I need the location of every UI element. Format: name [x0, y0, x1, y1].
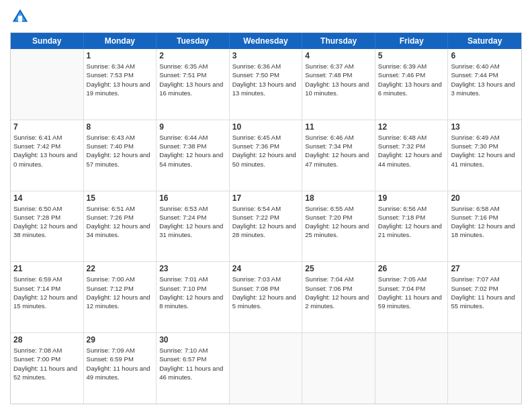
calendar-cell: 27Sunrise: 7:07 AMSunset: 7:02 PMDayligh…	[448, 262, 521, 332]
day-number: 22	[87, 264, 154, 273]
calendar-cell: 13Sunrise: 6:49 AMSunset: 7:30 PMDayligh…	[448, 120, 521, 191]
day-number: 20	[451, 193, 519, 203]
calendar-cell: 12Sunrise: 6:48 AMSunset: 7:32 PMDayligh…	[375, 120, 449, 191]
day-info: Sunrise: 6:46 AMSunset: 7:34 PMDaylight:…	[305, 133, 372, 169]
day-number: 29	[87, 335, 154, 345]
day-number: 27	[451, 264, 519, 273]
calendar-week: 28Sunrise: 7:08 AMSunset: 7:00 PMDayligh…	[11, 333, 521, 404]
header-day: Thursday	[302, 33, 375, 49]
day-info: Sunrise: 6:39 AMSunset: 7:46 PMDaylight:…	[378, 62, 445, 97]
svg-rect-2	[18, 16, 22, 22]
day-number: 5	[378, 51, 445, 60]
day-info: Sunrise: 7:01 AMSunset: 7:10 PMDaylight:…	[159, 275, 226, 310]
header-day: Tuesday	[157, 33, 230, 49]
calendar-cell: 8Sunrise: 6:43 AMSunset: 7:40 PMDaylight…	[84, 120, 157, 191]
calendar-cell: 20Sunrise: 6:58 AMSunset: 7:16 PMDayligh…	[448, 191, 521, 262]
calendar-cell: 10Sunrise: 6:45 AMSunset: 7:36 PMDayligh…	[230, 120, 303, 191]
day-number: 19	[378, 193, 445, 203]
day-info: Sunrise: 6:51 AMSunset: 7:26 PMDaylight:…	[87, 204, 154, 240]
calendar-cell: 14Sunrise: 6:50 AMSunset: 7:28 PMDayligh…	[11, 191, 84, 262]
calendar-cell: 11Sunrise: 6:46 AMSunset: 7:34 PMDayligh…	[302, 120, 375, 191]
day-number: 16	[159, 193, 226, 203]
day-number: 3	[232, 51, 300, 60]
day-number: 10	[232, 122, 300, 132]
day-info: Sunrise: 6:37 AMSunset: 7:48 PMDaylight:…	[305, 62, 372, 97]
calendar-cell	[230, 333, 303, 404]
calendar-cell	[302, 333, 375, 404]
day-info: Sunrise: 6:35 AMSunset: 7:51 PMDaylight:…	[159, 62, 226, 97]
header-day: Saturday	[448, 33, 521, 49]
calendar-cell	[448, 333, 521, 404]
day-info: Sunrise: 6:56 AMSunset: 7:18 PMDaylight:…	[378, 204, 445, 240]
calendar-cell: 21Sunrise: 6:59 AMSunset: 7:14 PMDayligh…	[11, 262, 84, 332]
day-info: Sunrise: 6:50 AMSunset: 7:28 PMDaylight:…	[13, 204, 81, 240]
day-info: Sunrise: 6:43 AMSunset: 7:40 PMDaylight:…	[87, 133, 154, 169]
day-number: 13	[451, 122, 519, 132]
calendar-cell: 6Sunrise: 6:40 AMSunset: 7:44 PMDaylight…	[448, 49, 521, 120]
day-info: Sunrise: 6:54 AMSunset: 7:22 PMDaylight:…	[232, 204, 300, 240]
day-number: 15	[87, 193, 154, 203]
day-number: 25	[305, 264, 372, 273]
day-number: 14	[13, 193, 81, 203]
header-day: Friday	[375, 33, 449, 49]
day-info: Sunrise: 7:03 AMSunset: 7:08 PMDaylight:…	[232, 275, 300, 310]
calendar-cell: 17Sunrise: 6:54 AMSunset: 7:22 PMDayligh…	[230, 191, 303, 262]
calendar-cell	[11, 49, 84, 120]
day-info: Sunrise: 6:41 AMSunset: 7:42 PMDaylight:…	[13, 133, 81, 169]
calendar-cell: 29Sunrise: 7:09 AMSunset: 6:59 PMDayligh…	[84, 333, 157, 404]
calendar-header: SundayMondayTuesdayWednesdayThursdayFrid…	[11, 33, 521, 49]
day-info: Sunrise: 7:07 AMSunset: 7:02 PMDaylight:…	[451, 275, 519, 310]
calendar-cell: 5Sunrise: 6:39 AMSunset: 7:46 PMDaylight…	[375, 49, 449, 120]
day-info: Sunrise: 6:45 AMSunset: 7:36 PMDaylight:…	[232, 133, 300, 169]
day-number: 1	[87, 51, 154, 60]
day-info: Sunrise: 6:53 AMSunset: 7:24 PMDaylight:…	[159, 204, 226, 240]
header-day: Wednesday	[230, 33, 303, 49]
calendar-cell: 30Sunrise: 7:10 AMSunset: 6:57 PMDayligh…	[157, 333, 230, 404]
calendar-week: 21Sunrise: 6:59 AMSunset: 7:14 PMDayligh…	[11, 262, 521, 333]
calendar-cell: 26Sunrise: 7:05 AMSunset: 7:04 PMDayligh…	[375, 262, 449, 332]
day-info: Sunrise: 7:00 AMSunset: 7:12 PMDaylight:…	[87, 275, 154, 310]
calendar-cell: 4Sunrise: 6:37 AMSunset: 7:48 PMDaylight…	[302, 49, 375, 120]
calendar-cell: 1Sunrise: 6:34 AMSunset: 7:53 PMDaylight…	[84, 49, 157, 120]
header-day: Monday	[84, 33, 157, 49]
day-info: Sunrise: 6:36 AMSunset: 7:50 PMDaylight:…	[232, 62, 300, 97]
day-info: Sunrise: 6:49 AMSunset: 7:30 PMDaylight:…	[451, 133, 519, 169]
day-info: Sunrise: 6:55 AMSunset: 7:20 PMDaylight:…	[305, 204, 372, 240]
header-day: Sunday	[11, 33, 84, 49]
calendar-cell: 15Sunrise: 6:51 AMSunset: 7:26 PMDayligh…	[84, 191, 157, 262]
calendar-week: 7Sunrise: 6:41 AMSunset: 7:42 PMDaylight…	[11, 120, 521, 191]
calendar-cell: 7Sunrise: 6:41 AMSunset: 7:42 PMDaylight…	[11, 120, 84, 191]
calendar-week: 14Sunrise: 6:50 AMSunset: 7:28 PMDayligh…	[11, 191, 521, 263]
calendar-cell: 24Sunrise: 7:03 AMSunset: 7:08 PMDayligh…	[230, 262, 303, 332]
day-info: Sunrise: 7:04 AMSunset: 7:06 PMDaylight:…	[305, 275, 372, 310]
day-number: 6	[451, 51, 519, 60]
day-number: 2	[159, 51, 226, 60]
day-number: 11	[305, 122, 372, 132]
page: SundayMondayTuesdayWednesdayThursdayFrid…	[0, 0, 532, 411]
calendar-cell: 25Sunrise: 7:04 AMSunset: 7:06 PMDayligh…	[302, 262, 375, 332]
logo-icon	[10, 7, 30, 27]
day-info: Sunrise: 6:40 AMSunset: 7:44 PMDaylight:…	[451, 62, 519, 97]
day-info: Sunrise: 6:48 AMSunset: 7:32 PMDaylight:…	[378, 133, 445, 169]
calendar-cell: 18Sunrise: 6:55 AMSunset: 7:20 PMDayligh…	[302, 191, 375, 262]
day-info: Sunrise: 7:10 AMSunset: 6:57 PMDaylight:…	[159, 346, 226, 381]
calendar-cell: 28Sunrise: 7:08 AMSunset: 7:00 PMDayligh…	[11, 333, 84, 404]
calendar: SundayMondayTuesdayWednesdayThursdayFrid…	[10, 32, 522, 404]
day-number: 4	[305, 51, 372, 60]
day-number: 26	[378, 264, 445, 273]
day-number: 18	[305, 193, 372, 203]
day-number: 28	[13, 335, 81, 345]
calendar-week: 1Sunrise: 6:34 AMSunset: 7:53 PMDaylight…	[11, 49, 521, 120]
day-number: 12	[378, 122, 445, 132]
calendar-cell: 23Sunrise: 7:01 AMSunset: 7:10 PMDayligh…	[157, 262, 230, 332]
calendar-cell: 19Sunrise: 6:56 AMSunset: 7:18 PMDayligh…	[375, 191, 449, 262]
day-number: 21	[13, 264, 81, 273]
day-number: 7	[13, 122, 81, 132]
day-info: Sunrise: 7:08 AMSunset: 7:00 PMDaylight:…	[13, 346, 81, 381]
day-info: Sunrise: 6:34 AMSunset: 7:53 PMDaylight:…	[87, 62, 154, 97]
day-number: 8	[87, 122, 154, 132]
calendar-cell	[375, 333, 449, 404]
header	[10, 7, 522, 27]
day-info: Sunrise: 6:59 AMSunset: 7:14 PMDaylight:…	[13, 275, 81, 310]
day-info: Sunrise: 7:05 AMSunset: 7:04 PMDaylight:…	[378, 275, 445, 310]
